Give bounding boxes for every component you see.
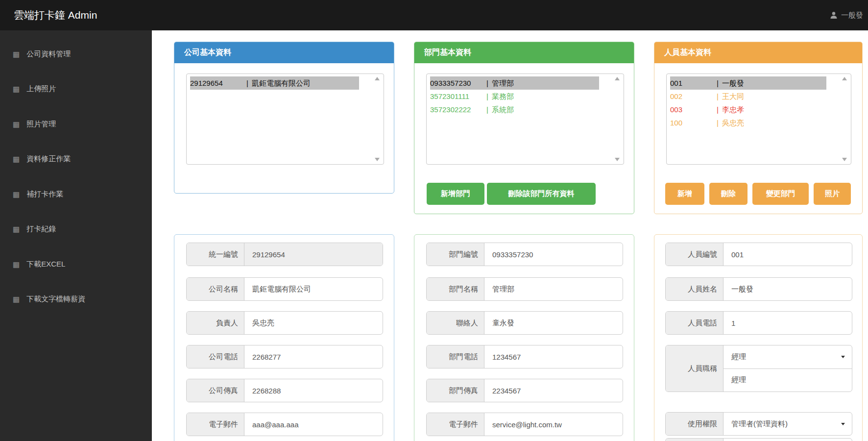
department-code: 0933357230 [430, 76, 486, 90]
person-code-input[interactable] [723, 243, 852, 266]
scroll-down-icon[interactable] [375, 158, 380, 161]
personnel-list-item[interactable]: 001 | 一般發 [670, 76, 826, 90]
company-fax-input[interactable] [244, 379, 383, 402]
change-department-button[interactable]: 變更部門 [752, 183, 809, 205]
separator: | [246, 76, 248, 90]
personnel-listbox[interactable]: 001 | 一般發 002 | 王大同 003 | 李忠孝 100 | 吳忠亮 [666, 74, 851, 165]
form-row: 使用權限 管理者(管理資料) [665, 412, 852, 436]
person-title-select[interactable]: 經理 [723, 352, 852, 362]
form-row: 電子郵件 [426, 413, 623, 436]
separator: | [717, 76, 719, 90]
personnel-list-item[interactable]: 100 | 吳忠亮 [670, 116, 851, 129]
department-panel: 部門基本資料 0933357230 | 管理部 3572301111 | 業務部… [414, 42, 634, 214]
chevron-down-icon [841, 423, 845, 425]
personnel-code: 001 [670, 76, 717, 90]
delete-person-button[interactable]: 刪除 [709, 183, 747, 205]
sidebar-item-data-correction[interactable]: ▦ 資料修正作業 [0, 150, 152, 167]
field-label: 電子郵件 [187, 413, 244, 436]
sidebar-item-makeup-punch[interactable]: ▦ 補打卡作業 [0, 186, 152, 202]
department-list-item[interactable]: 0933357230 | 管理部 [430, 76, 599, 90]
department-form-box: 部門編號 部門名稱 聯絡人 部門電話 部門傳真 電子郵件 [414, 234, 634, 441]
form-row: 部門編號 [426, 243, 623, 266]
company-owner-input[interactable] [244, 312, 383, 334]
grid-icon: ▦ [13, 85, 20, 93]
form-row: 部門電話 [426, 345, 623, 368]
scroll-up-icon[interactable] [375, 77, 380, 80]
form-row: 人員職稱 經理 [665, 345, 852, 392]
field-label: 人員電話 [666, 312, 723, 334]
sidebar-item-label: 公司資料管理 [26, 49, 71, 59]
department-list-item[interactable]: 3572301111 | 業務部 [430, 90, 624, 103]
scroll-up-icon[interactable] [615, 77, 620, 80]
sidebar-item-download-excel[interactable]: ▦ 下載EXCEL [0, 256, 152, 272]
company-phone-input[interactable] [244, 345, 383, 368]
top-navbar: 雲端打卡鐘 Admin 一般發 [0, 0, 868, 30]
scroll-up-icon[interactable] [842, 77, 847, 80]
dept-name-input[interactable] [484, 278, 623, 300]
department-list-item[interactable]: 3572302222 | 系統部 [430, 103, 624, 116]
dept-email-input[interactable] [484, 413, 623, 436]
person-permission-select[interactable]: 管理者(管理資料) [723, 413, 852, 435]
separator: | [717, 90, 719, 103]
delete-department-all-button[interactable]: 刪除該部門所有資料 [487, 183, 596, 205]
app-title: 雲端打卡鐘 Admin [14, 0, 97, 30]
personnel-code: 003 [670, 103, 717, 116]
sidebar-item-photo-manage[interactable]: ▦ 照片管理 [0, 116, 152, 132]
dept-code-input[interactable] [484, 243, 623, 266]
company-email-input[interactable] [244, 413, 383, 436]
person-title-input[interactable] [723, 376, 852, 384]
grid-icon: ▦ [13, 50, 20, 58]
personnel-list-item[interactable]: 003 | 李忠孝 [670, 103, 851, 116]
department-name: 系統部 [492, 103, 514, 116]
field-label: 部門電話 [427, 345, 484, 368]
scroll-down-icon[interactable] [842, 158, 847, 161]
company-name-input[interactable] [244, 278, 383, 300]
sidebar-item-label: 打卡紀錄 [26, 224, 56, 234]
sidebar-item-label: 補打卡作業 [26, 190, 63, 199]
department-code: 3572302222 [430, 103, 486, 116]
field-label: 部門名稱 [427, 278, 484, 300]
dept-phone-input[interactable] [484, 345, 623, 368]
personnel-list-item[interactable]: 002 | 王大同 [670, 90, 851, 103]
personnel-name: 王大同 [722, 90, 744, 103]
sidebar-item-punch-records[interactable]: ▦ 打卡紀錄 [0, 220, 152, 237]
add-person-button[interactable]: 新增 [665, 183, 704, 205]
grid-icon: ▦ [13, 121, 20, 128]
dept-contact-input[interactable] [484, 312, 623, 334]
form-row: 電子郵件 [186, 413, 383, 436]
field-label: 人員編號 [666, 243, 723, 266]
add-department-button[interactable]: 新增部門 [427, 183, 484, 205]
dept-fax-input[interactable] [484, 379, 623, 402]
person-permission-value: 管理者(管理資料) [731, 419, 788, 429]
field-label [666, 439, 723, 441]
sidebar-item-download-textfile[interactable]: ▦ 下載文字檔轉薪資 [0, 291, 152, 307]
company-list-item[interactable]: 29129654 | 凱鉅電腦有限公司 [190, 76, 359, 90]
sidebar-item-company-data[interactable]: ▦ 公司資料管理 [0, 46, 152, 62]
field-label: 使用權限 [666, 413, 723, 435]
company-panel-title: 公司基本資料 [174, 42, 394, 63]
department-listbox[interactable]: 0933357230 | 管理部 3572301111 | 業務部 357230… [426, 74, 624, 165]
company-uid-input[interactable] [244, 243, 383, 266]
sidebar-item-label: 資料修正作業 [26, 154, 71, 164]
field-label: 公司名稱 [187, 278, 244, 300]
person-title-select-value: 經理 [731, 352, 746, 362]
sidebar: ▦ 公司資料管理 ▦ 上傳照片 ▦ 照片管理 ▦ 資料修正作業 ▦ 補打卡作業 … [0, 30, 152, 441]
form-row-partial [665, 438, 852, 441]
person-name-input[interactable] [723, 278, 852, 300]
field-label: 人員職稱 [666, 345, 723, 392]
field-label: 人員姓名 [666, 278, 723, 300]
form-row: 統一編號 [186, 243, 383, 266]
person-phone-input[interactable] [723, 312, 852, 334]
scroll-down-icon[interactable] [615, 158, 620, 161]
user-menu[interactable]: 一般發 [830, 0, 863, 30]
sidebar-item-upload-photo[interactable]: ▦ 上傳照片 [0, 80, 152, 97]
grid-icon: ▦ [13, 155, 20, 163]
photo-button[interactable]: 照片 [814, 183, 851, 205]
company-listbox[interactable]: 29129654 | 凱鉅電腦有限公司 [186, 74, 384, 165]
grid-icon: ▦ [13, 225, 20, 233]
user-icon [830, 11, 838, 19]
field-label: 聯絡人 [427, 312, 484, 334]
field-label: 部門編號 [427, 243, 484, 266]
person-extra-input[interactable] [723, 439, 852, 441]
personnel-code: 100 [670, 116, 717, 129]
